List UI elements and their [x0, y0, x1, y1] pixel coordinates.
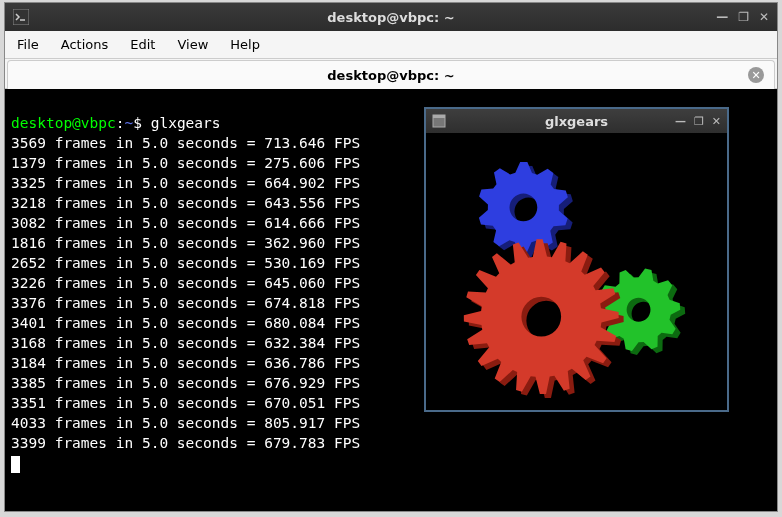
glxgears-minimize-button[interactable]: —: [675, 115, 686, 128]
glxgears-controls: — ❐ ✕: [675, 115, 721, 128]
glxgears-titlebar[interactable]: glxgears — ❐ ✕: [426, 109, 727, 133]
terminal-icon: [13, 9, 29, 25]
glxgears-maximize-button[interactable]: ❐: [694, 115, 704, 128]
menu-actions[interactable]: Actions: [61, 37, 109, 52]
command-text: glxgears: [151, 115, 221, 131]
window-controls: — ❐ ✕: [716, 10, 769, 24]
maximize-button[interactable]: ❐: [738, 10, 749, 24]
gears-canvas: [426, 133, 727, 410]
glxgears-close-button[interactable]: ✕: [712, 115, 721, 128]
terminal-cursor: [11, 456, 20, 473]
window-title: desktop@vbpc: ~: [327, 10, 454, 25]
window-icon: [432, 114, 446, 128]
svg-rect-3: [433, 115, 445, 118]
prompt-colon: :: [116, 115, 125, 131]
svg-rect-0: [13, 9, 29, 25]
menu-file[interactable]: File: [17, 37, 39, 52]
red-gear-face: [464, 239, 619, 394]
tabstrip: desktop@vbpc: ~ ✕: [5, 59, 777, 89]
terminal-tab[interactable]: desktop@vbpc: ~ ✕: [7, 60, 775, 89]
glxgears-title: glxgears: [545, 114, 608, 129]
tab-label: desktop@vbpc: ~: [327, 68, 454, 83]
menu-view[interactable]: View: [177, 37, 208, 52]
menubar: File Actions Edit View Help: [5, 31, 777, 59]
glxgears-window[interactable]: glxgears — ❐ ✕: [424, 107, 729, 412]
tab-close-button[interactable]: ✕: [748, 67, 764, 83]
titlebar[interactable]: desktop@vbpc: ~ — ❐ ✕: [5, 3, 777, 31]
gears-svg: [426, 133, 727, 410]
close-button[interactable]: ✕: [759, 10, 769, 24]
prompt-user-host: desktop@vbpc: [11, 115, 116, 131]
prompt-path: ~: [125, 115, 134, 131]
menu-edit[interactable]: Edit: [130, 37, 155, 52]
minimize-button[interactable]: —: [716, 10, 728, 24]
menu-help[interactable]: Help: [230, 37, 260, 52]
prompt-dollar: $: [133, 115, 142, 131]
